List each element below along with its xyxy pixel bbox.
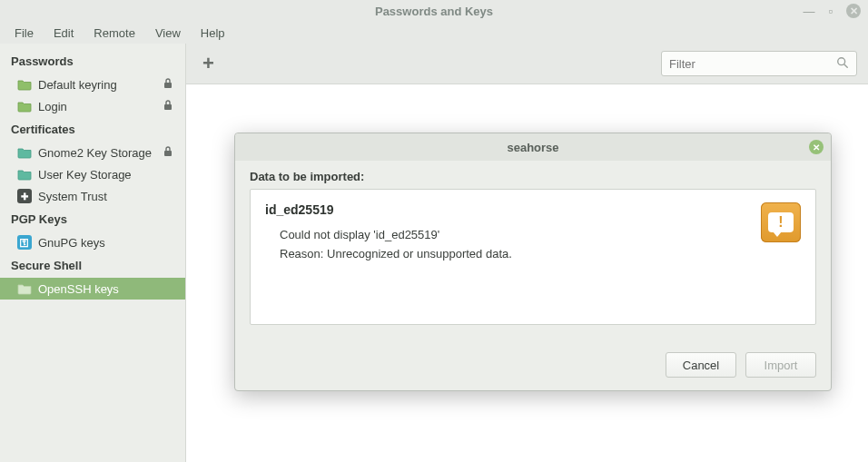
sidebar-item-default-keyring[interactable]: Default keyring: [0, 74, 185, 95]
folder-icon: [16, 77, 33, 92]
sidebar-item-label: System Trust: [38, 190, 107, 203]
sidebar-item-label: User Key Storage: [38, 168, 132, 182]
dialog-close-icon[interactable]: ✕: [809, 140, 824, 154]
menu-help[interactable]: Help: [192, 24, 234, 43]
dialog-message-line2: Reason: Unrecognized or unsupported data…: [280, 245, 801, 264]
sidebar-header: Secure Shell: [0, 253, 185, 278]
folder-icon: [16, 281, 33, 296]
window-title: Passwords and Keys: [375, 5, 493, 18]
window-titlebar: Passwords and Keys — ▫ ✕: [0, 0, 868, 22]
window-controls: — ▫ ✕: [803, 4, 861, 18]
sidebar-item-label: Gnome2 Key Storage: [38, 146, 152, 160]
key-icon: ⚿: [16, 235, 33, 250]
sidebar-item-openssh-keys[interactable]: OpenSSH keys: [0, 278, 185, 300]
warning-icon: !: [761, 202, 801, 242]
dialog-body: Data to be imported: id_ed25519 Could no…: [235, 161, 831, 339]
maximize-icon[interactable]: ▫: [824, 5, 837, 17]
sidebar: PasswordsDefault keyringLoginCertificate…: [0, 44, 186, 462]
dialog-message: Could not display 'id_ed25519' Reason: U…: [280, 226, 801, 264]
import-button[interactable]: Import: [745, 352, 816, 378]
add-button[interactable]: +: [197, 50, 220, 77]
dialog-actions: Cancel Import: [235, 339, 831, 390]
sidebar-item-system-trust[interactable]: ✚System Trust: [0, 185, 185, 207]
sidebar-item-label: Login: [38, 100, 67, 113]
lock-icon: [163, 146, 176, 160]
sidebar-item-login[interactable]: Login: [0, 95, 185, 117]
folder-icon: [16, 167, 33, 182]
sidebar-item-label: Default keyring: [38, 78, 117, 92]
sidebar-header: Certificates: [0, 117, 185, 142]
sidebar-item-gnupg-keys[interactable]: ⚿GnuPG keys: [0, 231, 185, 253]
menu-remote[interactable]: Remote: [84, 24, 144, 43]
import-dialog: seahorse ✕ Data to be imported: id_ed255…: [234, 133, 832, 391]
dialog-label: Data to be imported:: [250, 170, 816, 183]
dialog-titlebar: seahorse ✕: [235, 133, 831, 161]
svg-rect-0: [164, 83, 172, 88]
toolbar: +: [186, 44, 868, 84]
lock-icon: [163, 100, 176, 113]
svg-rect-2: [164, 151, 172, 156]
menu-edit[interactable]: Edit: [44, 24, 83, 43]
trust-icon: ✚: [16, 189, 33, 203]
folder-icon: [16, 145, 33, 160]
menu-view[interactable]: View: [146, 24, 190, 43]
folder-icon: [16, 99, 33, 113]
sidebar-header: Passwords: [0, 49, 185, 74]
lock-icon: [163, 78, 176, 92]
menubar: File Edit Remote View Help: [0, 22, 868, 44]
dialog-title: seahorse: [507, 141, 558, 154]
svg-rect-1: [164, 104, 172, 110]
sidebar-item-gnome2-key-storage[interactable]: Gnome2 Key Storage: [0, 142, 185, 163]
minimize-icon[interactable]: —: [803, 5, 815, 17]
svg-line-4: [844, 64, 847, 66]
filter-box[interactable]: [661, 51, 857, 76]
filter-input[interactable]: [669, 57, 836, 71]
sidebar-header: PGP Keys: [0, 207, 185, 231]
sidebar-item-label: OpenSSH keys: [38, 282, 119, 296]
cancel-button[interactable]: Cancel: [666, 352, 736, 378]
close-icon[interactable]: ✕: [846, 4, 861, 18]
sidebar-item-user-key-storage[interactable]: User Key Storage: [0, 163, 185, 185]
dialog-panel: id_ed25519 Could not display 'id_ed25519…: [250, 189, 816, 325]
sidebar-item-label: GnuPG keys: [38, 236, 105, 250]
search-icon: [836, 56, 849, 72]
dialog-message-line1: Could not display 'id_ed25519': [280, 226, 801, 245]
dialog-item-title: id_ed25519: [265, 202, 801, 217]
menu-file[interactable]: File: [5, 24, 43, 43]
